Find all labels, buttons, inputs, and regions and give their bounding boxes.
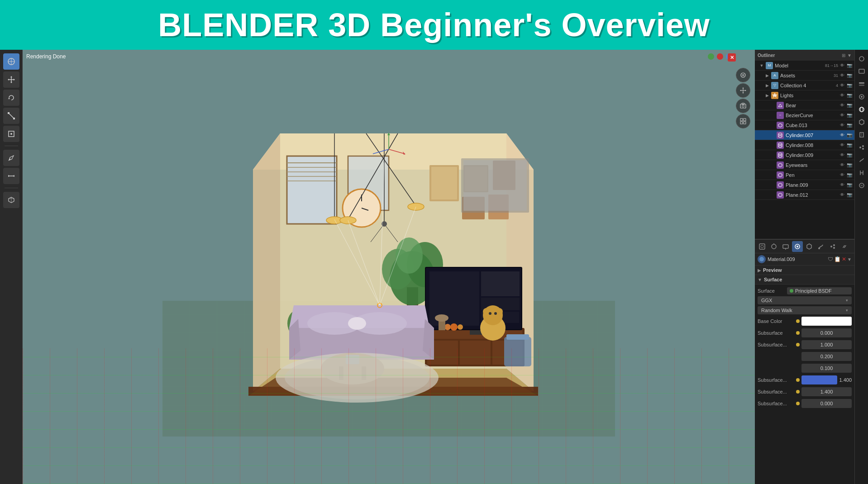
eye-icon-pen[interactable]: 👁 <box>839 172 845 178</box>
render-icon-cyl009[interactable]: 📷 <box>846 152 853 158</box>
outliner-view-icon[interactable]: ⊞ <box>842 53 845 58</box>
svg-rect-93 <box>481 271 520 296</box>
object-tab[interactable] <box>804 241 815 252</box>
eye-icon-eyewears[interactable]: 👁 <box>839 162 845 168</box>
particles-icon[interactable] <box>856 142 867 153</box>
eye-icon-cube[interactable]: 👁 <box>839 122 845 128</box>
model-icon: M <box>766 62 773 69</box>
subsurface-radius-input2[interactable]: 0.200 <box>801 352 852 361</box>
outliner-item-cube013[interactable]: Cube.013 👁 📷 <box>755 120 854 130</box>
measure-button[interactable] <box>3 168 19 184</box>
delete-material-icon[interactable]: ✕ <box>842 256 846 262</box>
outliner-item-plane009[interactable]: Plane.009 👁 📷 <box>755 180 854 190</box>
render-icon[interactable]: 📷 <box>846 62 853 69</box>
outliner-item-cylinder008[interactable]: Cylinder.008 👁 📷 <box>755 140 854 150</box>
outliner-item-collection4[interactable]: ▶ ▽ Collection 4 4 👁 📷 <box>755 81 854 90</box>
subsurface-radius-input3[interactable]: 0.100 <box>801 364 852 373</box>
eye-icon-cyl009[interactable]: 👁 <box>839 152 845 158</box>
scale-tool-button[interactable] <box>3 108 19 124</box>
material-icon[interactable] <box>856 180 867 191</box>
surface-toggle[interactable]: ▼ Surface <box>755 275 854 285</box>
subsurface-input[interactable]: 0.000 <box>801 328 852 337</box>
eye-icon-bear[interactable]: 👁 <box>839 102 845 109</box>
dropdown-arrow-icon[interactable]: ▼ <box>847 257 852 262</box>
output-tab[interactable] <box>780 241 791 252</box>
eye-icon-cyl007[interactable]: 👁 <box>839 132 845 138</box>
outliner-item-pen[interactable]: Pen 👁 📷 <box>755 170 854 180</box>
subsurface-ior-input[interactable]: 1.400 <box>801 387 852 396</box>
shader-selector[interactable]: Principled BSDF <box>787 287 852 294</box>
outliner-item-lights[interactable]: ▶ Lights 👁 📷 <box>755 90 854 100</box>
scene-tab[interactable] <box>757 241 768 252</box>
render-icon-cyl008[interactable]: 📷 <box>846 142 853 148</box>
base-color-picker[interactable] <box>801 317 852 326</box>
outliner-item-eyewears[interactable]: Eyewears 👁 📷 <box>755 160 854 170</box>
random-walk-dropdown[interactable]: Random Walk <box>758 306 852 314</box>
outliner-item-model[interactable]: ▼ M Model 81→15 👁 📷 <box>755 61 854 71</box>
copy-icon[interactable]: 📋 <box>834 256 841 262</box>
eye-icon-cyl008[interactable]: 👁 <box>839 142 845 148</box>
scene-icon[interactable] <box>856 91 867 102</box>
eye-icon-plane009[interactable]: 👁 <box>839 182 845 188</box>
svg-marker-8 <box>14 79 15 81</box>
outliner-item-plane012[interactable]: Plane.012 👁 📷 <box>755 190 854 200</box>
render-icon-lights[interactable]: 📷 <box>846 92 853 99</box>
eye-icon-3[interactable]: 👁 <box>839 82 845 89</box>
viewport[interactable]: Rendering Done <box>23 50 755 484</box>
view-layer-icon[interactable] <box>856 79 867 90</box>
svg-point-143 <box>778 153 782 155</box>
render-icon-pen[interactable]: 📷 <box>846 172 853 178</box>
render-icon-plane009[interactable]: 📷 <box>846 182 853 188</box>
eye-icon-curve[interactable]: 👁 <box>839 112 845 119</box>
object-properties-icon[interactable] <box>856 117 867 128</box>
render-tab[interactable] <box>768 241 779 252</box>
render-icon-3[interactable]: 📷 <box>846 82 853 89</box>
render-icon-cyl007[interactable]: 📷 <box>846 132 853 138</box>
render-icon-bear[interactable]: 📷 <box>846 102 853 109</box>
outliner-item-assets[interactable]: ▶ A Assets 31 👁 📷 <box>755 71 854 81</box>
close-button[interactable]: ✕ <box>728 53 736 62</box>
physics-icon[interactable] <box>856 155 867 166</box>
physics-tab[interactable] <box>816 241 826 252</box>
constraints-tab[interactable] <box>839 241 850 252</box>
subsurface-aniso-input[interactable]: 0.000 <box>801 399 852 408</box>
material-tab[interactable] <box>792 241 803 252</box>
modifier-icon[interactable] <box>856 129 867 140</box>
preview-toggle[interactable]: ▶ Preview <box>755 266 854 275</box>
outliner-filter-icon[interactable]: ▼ <box>847 53 852 58</box>
svg-point-110 <box>285 356 429 399</box>
svg-rect-107 <box>362 366 366 380</box>
outliner-item-cylinder007[interactable]: Cylinder.007 👁 📷 <box>755 130 854 140</box>
annotate-button[interactable] <box>3 150 19 166</box>
transform-button[interactable] <box>3 126 19 142</box>
rotate-tool-button[interactable] <box>3 90 19 106</box>
world-icon[interactable] <box>856 104 867 115</box>
svg-rect-147 <box>759 244 765 249</box>
render-properties-icon[interactable] <box>856 53 867 64</box>
eye-icon-plane012[interactable]: 👁 <box>839 192 845 198</box>
render-icon-curve[interactable]: 📷 <box>846 112 853 119</box>
render-icon-cube[interactable]: 📷 <box>846 122 853 128</box>
subsurface-color-picker[interactable] <box>801 375 837 384</box>
shield-icon[interactable]: 🛡 <box>828 256 833 262</box>
render-icon-plane012[interactable]: 📷 <box>846 192 853 198</box>
eye-icon-2[interactable]: 👁 <box>839 72 845 79</box>
ggx-dropdown[interactable]: GGX <box>758 296 852 304</box>
particles-tab[interactable] <box>827 241 838 252</box>
output-properties-icon[interactable] <box>856 66 867 77</box>
move-tool-button[interactable] <box>3 71 19 88</box>
eyewears-icon <box>777 161 784 169</box>
outliner-item-cylinder009[interactable]: Cylinder.009 👁 📷 <box>755 150 854 160</box>
outliner-item-bear[interactable]: Bear 👁 📷 <box>755 100 854 110</box>
constraints-icon[interactable] <box>856 167 867 178</box>
surface-shader-row: Surface Principled BSDF <box>758 287 852 294</box>
viewport-nav-button[interactable] <box>3 53 19 70</box>
eye-icon-lights[interactable]: 👁 <box>839 92 845 99</box>
render-icon-eyewears[interactable]: 📷 <box>846 162 853 168</box>
eye-icon[interactable]: 👁 <box>839 62 845 69</box>
outliner-item-beziercurve[interactable]: ~ BezierCurve 👁 📷 <box>755 110 854 120</box>
subsurface-radius-input1[interactable]: 1.000 <box>801 340 852 349</box>
render-icon-2[interactable]: 📷 <box>846 72 853 79</box>
svg-point-158 <box>833 247 835 249</box>
add-cube-button[interactable] <box>3 192 19 208</box>
